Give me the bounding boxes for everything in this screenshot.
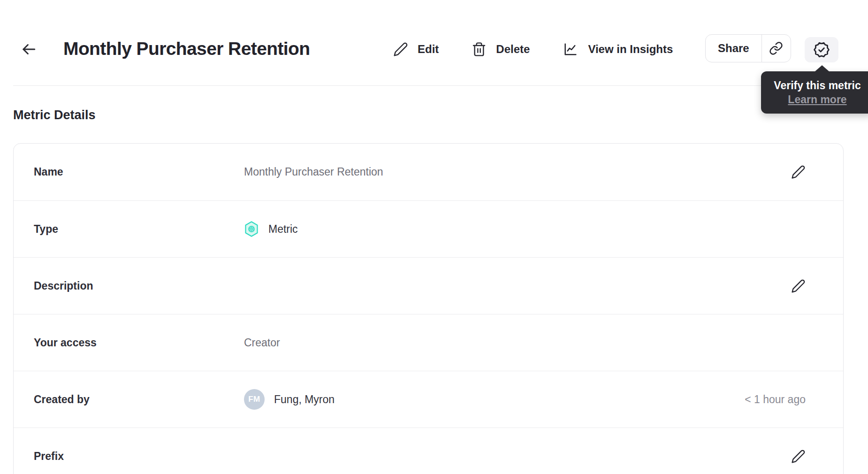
access-value: Creator	[244, 336, 280, 349]
row-label: Your access	[34, 336, 244, 349]
delete-button-label: Delete	[496, 43, 530, 56]
share-button-label: Share	[718, 42, 749, 55]
row-value: Creator	[244, 336, 806, 349]
detail-row-your-access: Your access Creator	[14, 314, 843, 371]
detail-row-name: Name Monthly Purchaser Retention	[14, 144, 843, 200]
copy-link-button[interactable]	[761, 35, 791, 62]
trash-icon	[472, 42, 487, 57]
page-title: Monthly Purchaser Retention	[63, 38, 310, 59]
pencil-icon	[791, 165, 806, 179]
edit-name-button[interactable]	[791, 165, 806, 179]
edit-button-label: Edit	[418, 43, 439, 56]
pencil-icon	[393, 42, 408, 57]
avatar: FM	[244, 389, 265, 410]
edit-button[interactable]: Edit	[393, 42, 439, 57]
row-label: Name	[34, 166, 244, 178]
detail-row-description: Description	[14, 257, 843, 314]
chain-link-icon	[769, 41, 783, 55]
name-value: Monthly Purchaser Retention	[244, 166, 383, 178]
type-value: Metric	[268, 223, 298, 236]
section-title: Metric Details	[13, 108, 96, 122]
detail-row-type: Type Metric	[14, 200, 843, 257]
row-value: Monthly Purchaser Retention	[244, 166, 791, 178]
detail-row-prefix: Prefix	[14, 428, 843, 474]
line-chart-icon	[563, 41, 579, 57]
row-label: Type	[34, 223, 244, 236]
metric-details-card: Name Monthly Purchaser Retention Type	[13, 143, 844, 474]
pencil-icon	[791, 449, 806, 464]
created-timestamp: < 1 hour ago	[745, 393, 806, 406]
metric-hexagon-icon	[244, 221, 259, 237]
pencil-icon	[791, 279, 806, 293]
detail-row-created-by: Created by FM Fung, Myron < 1 hour ago	[14, 371, 843, 428]
view-in-insights-label: View in Insights	[588, 43, 673, 56]
header-toolbar: Edit Delete View in Insights	[393, 35, 673, 63]
verify-metric-button[interactable]	[805, 37, 838, 62]
header-divider	[13, 85, 868, 86]
back-button[interactable]	[17, 38, 40, 61]
verify-tooltip: Verify this metric Learn more	[761, 71, 868, 114]
share-button[interactable]: Share	[706, 35, 761, 62]
verified-badge-icon	[813, 41, 830, 58]
row-value: FM Fung, Myron	[244, 389, 745, 410]
delete-button[interactable]: Delete	[472, 42, 530, 57]
row-label: Created by	[34, 393, 244, 406]
back-arrow-icon	[20, 40, 38, 58]
row-label: Description	[34, 280, 244, 292]
share-button-group: Share	[705, 34, 791, 62]
edit-description-button[interactable]	[791, 279, 806, 293]
view-in-insights-button[interactable]: View in Insights	[563, 41, 673, 57]
row-label: Prefix	[34, 450, 244, 463]
tooltip-title: Verify this metric	[774, 79, 860, 92]
tooltip-arrow	[815, 65, 830, 72]
edit-prefix-button[interactable]	[791, 449, 806, 464]
learn-more-link[interactable]: Learn more	[788, 93, 846, 106]
row-value: Metric	[244, 221, 806, 237]
created-by-value: Fung, Myron	[274, 393, 335, 406]
